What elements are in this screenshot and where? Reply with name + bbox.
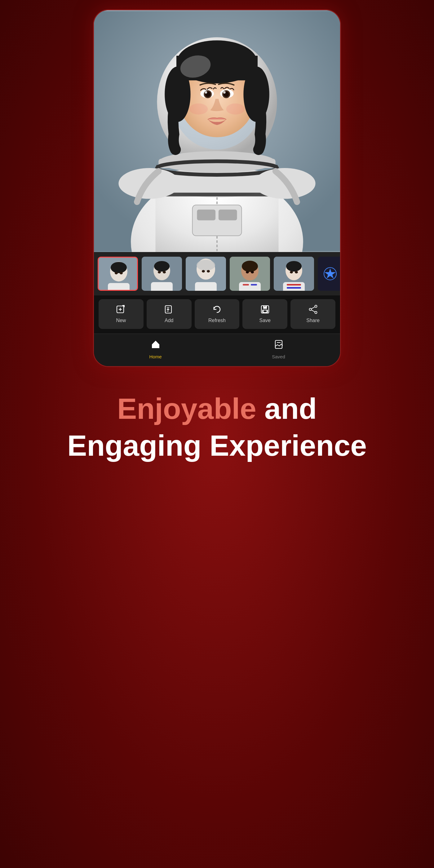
svg-rect-50 [196,260,215,271]
svg-rect-53 [195,282,217,291]
share-label: Share [306,318,320,323]
add-icon [164,305,174,315]
main-image-area [94,10,340,252]
svg-point-44 [154,261,169,272]
nav-home[interactable]: Home [94,334,217,366]
svg-rect-60 [243,284,249,285]
refresh-button[interactable]: Refresh [195,299,240,329]
svg-point-51 [202,270,205,273]
svg-rect-61 [251,284,257,285]
svg-point-27 [223,91,226,94]
svg-point-45 [158,271,161,273]
svg-rect-68 [287,284,301,285]
home-icon [151,339,161,351]
phone-mockup: New Add Refresh [93,9,341,367]
svg-line-90 [311,307,315,309]
tagline-line2: Engaging Experience [67,429,367,463]
thumbnail-more[interactable] [318,257,340,291]
add-button[interactable]: Add [147,299,192,329]
svg-point-56 [242,261,258,272]
svg-point-64 [286,261,302,272]
new-button[interactable]: New [99,299,144,329]
saved-icon [274,339,284,351]
svg-point-23 [205,91,207,94]
refresh-icon [212,305,222,315]
svg-rect-35 [219,210,237,220]
svg-point-39 [115,272,118,274]
new-icon [116,305,126,315]
svg-rect-34 [197,210,215,220]
svg-point-58 [251,271,254,273]
tagline-line1: Enjoyable and [67,392,367,426]
svg-point-88 [309,308,311,311]
svg-line-91 [311,310,315,312]
save-button[interactable]: Save [242,299,287,329]
thumbnail-4[interactable] [230,257,270,291]
svg-rect-41 [108,283,130,291]
share-button[interactable]: Share [290,299,335,329]
svg-rect-47 [151,282,173,291]
tagline-and: and [256,392,317,425]
thumbnail-2[interactable] [142,257,182,291]
share-icon [308,305,318,315]
svg-point-57 [246,271,249,273]
saved-nav-label: Saved [272,354,285,359]
add-label: Add [165,318,173,323]
tagline-section: Enjoyable and Engaging Experience [42,392,392,463]
svg-point-52 [207,270,210,273]
svg-point-66 [295,271,298,273]
svg-point-40 [120,272,123,274]
thumbnail-strip [94,252,340,296]
svg-point-29 [226,103,245,115]
svg-rect-59 [239,282,261,291]
svg-point-46 [163,271,166,273]
svg-rect-69 [287,287,301,289]
tagline-highlight: Enjoyable [117,392,256,425]
svg-rect-85 [264,310,267,312]
refresh-label: Refresh [208,318,226,323]
thumbnail-3[interactable] [186,257,226,291]
save-label: Save [259,318,271,323]
svg-rect-92 [154,346,157,348]
thumbnail-5[interactable] [274,257,314,291]
thumbnail-1[interactable] [98,257,138,291]
bottom-nav: Home Saved [94,334,340,366]
home-nav-label: Home [149,354,161,359]
svg-point-38 [111,262,127,273]
svg-point-28 [189,103,208,115]
action-bar: New Add Refresh [94,296,340,334]
nav-saved[interactable]: Saved [217,334,340,366]
svg-point-65 [290,271,293,273]
new-label: New [116,318,126,323]
svg-point-89 [315,312,317,314]
svg-rect-67 [283,282,305,291]
save-icon [260,305,270,315]
svg-point-87 [315,305,317,308]
